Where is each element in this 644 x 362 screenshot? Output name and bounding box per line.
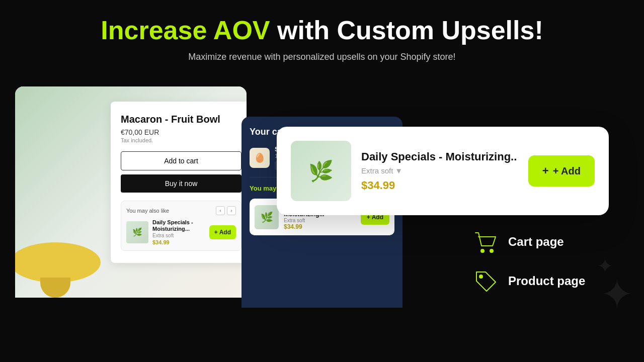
popup-product-image: 🌿 <box>291 141 351 201</box>
popup-product-info: Daily Specials - Moisturizing.. Extra so… <box>361 150 518 192</box>
headline-white: with Custom Upsells! <box>270 16 543 45</box>
cart-upsell-image: 🌿 <box>255 205 279 229</box>
upsell-item: 🌿 Daily Specials - Moisturizing... Extra… <box>126 219 236 245</box>
upsell-product-info: Daily Specials - Moisturizing... Extra s… <box>152 219 205 245</box>
popup-add-plus: + <box>542 164 549 177</box>
bowl-decoration <box>15 212 116 298</box>
add-upsell-button[interactable]: + Add <box>209 225 236 239</box>
buy-now-button[interactable]: Buy it now <box>121 174 242 193</box>
svg-point-1 <box>490 249 493 252</box>
product-tax: Tax included. <box>121 137 242 143</box>
upsell-product-image: 🌿 <box>126 221 148 243</box>
popup-add-button[interactable]: + + Add <box>528 155 595 187</box>
bowl-circle <box>15 242 101 283</box>
upsell-widget-header: You may also like ‹ › <box>126 206 236 215</box>
header: Increase AOV with Custom Upsells! Maximi… <box>0 0 644 76</box>
star-decoration-1: ✦ <box>600 271 634 318</box>
svg-point-2 <box>479 275 482 278</box>
star-decoration-2: ✦ <box>597 254 614 278</box>
upsell-product-variant: Extra soft <box>152 233 205 238</box>
product-price: €70,00 EUR <box>121 128 242 136</box>
content-area: Macaron - Fruit Bowl €70,00 EUR Tax incl… <box>0 76 644 338</box>
cart-icon <box>473 229 498 254</box>
popup-image-placeholder: 🌿 <box>291 141 351 201</box>
main-headline: Increase AOV with Custom Upsells! <box>10 16 634 45</box>
cart-item-image: 🥚 <box>250 148 270 168</box>
bowl-base <box>40 278 70 298</box>
upsell-image-placeholder: 🌿 <box>126 221 148 243</box>
cart-page-label: Cart page <box>508 235 564 249</box>
product-page-label: Product page <box>508 274 585 288</box>
popup-product-price: $34.99 <box>361 179 518 192</box>
upsell-type-cart: Cart page <box>473 229 624 254</box>
upsell-product-name: Daily Specials - Moisturizing... <box>152 219 205 232</box>
popup-add-label: + Add <box>553 165 581 177</box>
prev-arrow[interactable]: ‹ <box>216 206 225 215</box>
sub-headline: Maximize revenue with personalized upsel… <box>10 52 634 62</box>
svg-point-0 <box>481 249 484 252</box>
upsell-product-price: $34.99 <box>152 239 205 245</box>
floating-upsell-popup: 🌿 Daily Specials - Moisturizing.. Extra … <box>277 127 609 215</box>
cart-upsell-price: $34.99 <box>284 223 356 230</box>
cart-upsell-variant: Extra soft <box>284 218 356 223</box>
popup-product-name: Daily Specials - Moisturizing.. <box>361 150 518 163</box>
next-arrow[interactable]: › <box>227 206 236 215</box>
upsell-section-label: You may also like <box>126 208 169 214</box>
product-card: Macaron - Fruit Bowl €70,00 EUR Tax incl… <box>111 102 247 262</box>
add-to-cart-button[interactable]: Add to cart <box>121 151 242 170</box>
product-page-mockup: Macaron - Fruit Bowl €70,00 EUR Tax incl… <box>15 86 247 298</box>
product-title: Macaron - Fruit Bowl <box>121 114 242 125</box>
upsell-nav: ‹ › <box>216 206 236 215</box>
tag-icon <box>473 268 498 294</box>
popup-product-variant: Extra soft ▼ <box>361 166 518 175</box>
product-upsell-widget: You may also like ‹ › 🌿 Daily Specials -… <box>121 201 242 250</box>
headline-green: Increase AOV <box>101 16 270 45</box>
